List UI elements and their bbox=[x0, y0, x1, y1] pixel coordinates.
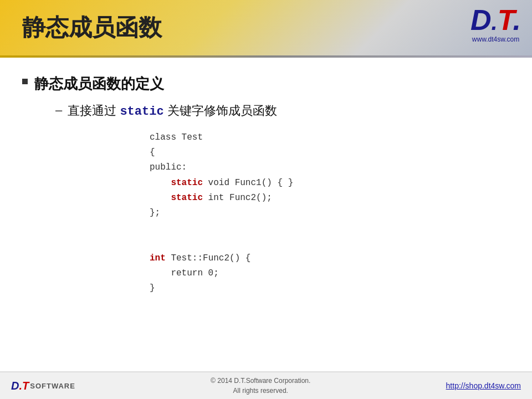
bullet-icon bbox=[22, 79, 28, 84]
int-keyword: int bbox=[150, 253, 166, 263]
code-line-3: public: bbox=[150, 160, 510, 175]
sub-bullet-text: 直接通过 static 关键字修饰成员函数 bbox=[68, 103, 277, 119]
footer-software-text: SOFTWARE bbox=[30, 382, 75, 390]
footer-logo-text: D.T bbox=[11, 380, 29, 392]
code-block: class Test { public: static void Func1()… bbox=[150, 130, 510, 296]
code-line-6: }; bbox=[150, 206, 510, 221]
code-normal-2: int Func2(); bbox=[203, 193, 272, 203]
logo-text: D.T. bbox=[470, 4, 521, 36]
logo-period: . bbox=[513, 4, 521, 36]
code-line-7: int Test::Func2() { bbox=[150, 251, 510, 266]
footer-copyright: © 2014 D.T.Software Corporation. All rig… bbox=[211, 376, 310, 396]
footer-logo: D.T SOFTWARE bbox=[11, 380, 75, 392]
code-normal-1: void Func1() { } bbox=[203, 178, 293, 188]
logo-d: D bbox=[470, 4, 492, 36]
sub-text-part1: 直接通过 bbox=[68, 104, 120, 117]
copyright-line1: © 2014 D.T.Software Corporation. bbox=[211, 376, 310, 386]
static-kw-1: static bbox=[171, 178, 203, 188]
code-line-4: static void Func1() { } bbox=[150, 176, 510, 191]
main-content: 静态成员函数的定义 – 直接通过 static 关键字修饰成员函数 class … bbox=[0, 58, 532, 374]
code-line-9: } bbox=[150, 281, 510, 296]
footer-logo-d: D bbox=[11, 380, 19, 392]
code-line-5: static int Func2(); bbox=[150, 191, 510, 206]
code-line-8: return 0; bbox=[150, 266, 510, 281]
bullet-text-1: 静态成员函数的定义 bbox=[34, 74, 164, 94]
logo-t: T bbox=[498, 4, 513, 36]
logo: D.T. bbox=[470, 6, 521, 34]
static-kw-2: static bbox=[171, 193, 203, 203]
footer: D.T SOFTWARE © 2014 D.T.Software Corpora… bbox=[0, 371, 532, 399]
footer-logo-t: T bbox=[22, 380, 29, 392]
footer-link[interactable]: http://shop.dt4sw.com bbox=[446, 381, 521, 390]
header: 静态成员函数 D.T. www.dt4sw.com bbox=[0, 0, 532, 55]
code-line-blank2 bbox=[150, 236, 510, 250]
logo-dot: . bbox=[492, 10, 498, 34]
page-title: 静态成员函数 bbox=[22, 12, 162, 43]
code-normal-3: Test::Func2() { bbox=[166, 253, 251, 263]
code-line-blank1 bbox=[150, 221, 510, 236]
code-line-1: class Test bbox=[150, 130, 510, 145]
code-line-2: { bbox=[150, 145, 510, 160]
logo-area: D.T. www.dt4sw.com bbox=[470, 6, 521, 43]
static-keyword: static bbox=[120, 105, 163, 119]
sub-bullet-1: – 直接通过 static 关键字修饰成员函数 bbox=[55, 103, 510, 119]
logo-url: www.dt4sw.com bbox=[472, 35, 519, 43]
sub-dash: – bbox=[55, 103, 62, 117]
sub-text-part2: 关键字修饰成员函数 bbox=[164, 104, 277, 117]
bullet-section-1: 静态成员函数的定义 bbox=[22, 74, 510, 94]
copyright-line2: All rights reserved. bbox=[211, 386, 310, 396]
